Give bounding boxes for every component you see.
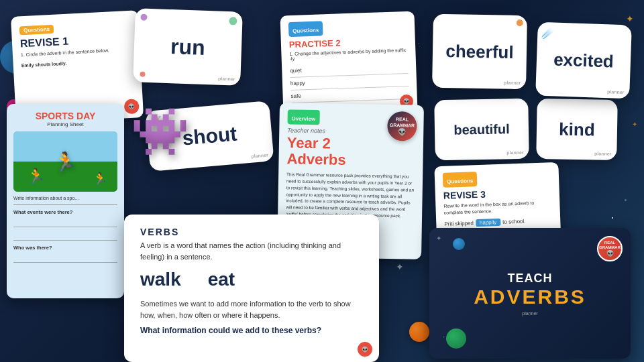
revise3-instruction: Rewrite the word in the box as an adverb… bbox=[443, 199, 552, 216]
monster-emoji: 👾 bbox=[131, 105, 189, 158]
teach-adverbs-card: ✦ ✦ + REALGRAMMAR 👽 TEACH ADVERBS planne… bbox=[429, 228, 631, 359]
kind-word: kind bbox=[559, 119, 595, 140]
photo-bg: 🏃 🏃 🏃 bbox=[13, 131, 117, 192]
beautiful-word-card: beautiful planner bbox=[434, 99, 529, 160]
rg-badge-circle: REALGRAMMAR 👽 bbox=[387, 111, 417, 141]
revise3-label: Questions bbox=[447, 178, 473, 184]
card-dot-red bbox=[140, 72, 145, 77]
run-word-card: run planner bbox=[133, 8, 243, 86]
sports-answer2 bbox=[13, 253, 117, 263]
sports-day-card: SPORTS DAY Planning Sheet 🏃 🏃 🏃 Write in… bbox=[7, 104, 124, 298]
excited-word: excited bbox=[553, 49, 614, 72]
verbs-section-label: VERBS bbox=[140, 227, 363, 237]
verbs-teach-card: VERBS A verb is a word that names the ac… bbox=[124, 215, 379, 362]
adverbs-rg-text: REALGRAMMAR bbox=[599, 241, 621, 249]
revise3-sentence-area: Priti skipped happily to school. bbox=[444, 217, 552, 228]
verb-example2: eat bbox=[208, 269, 235, 290]
adverbs-rg-circle: REALGRAMMAR 👽 bbox=[597, 236, 623, 261]
teach-adverbs-main: ADVERBS bbox=[474, 286, 586, 308]
cheerful-word: cheerful bbox=[445, 41, 514, 63]
kind-card-brand: planner bbox=[594, 151, 611, 156]
overview-rg-badge: REALGRAMMAR 👽 bbox=[387, 111, 417, 141]
sports-instruction: Write information about a spo... bbox=[13, 196, 117, 200]
sports-day-subtitle: Planning Sheet bbox=[13, 121, 117, 127]
sparkle-4: ✦ bbox=[396, 261, 404, 272]
card-planet1 bbox=[446, 328, 466, 349]
practise2-label: Questions bbox=[292, 27, 319, 34]
sports-answer1 bbox=[13, 218, 117, 227]
sparkle-1: ✦ bbox=[626, 13, 634, 24]
beautiful-word: beautiful bbox=[453, 121, 510, 137]
photo-emoji: 🏃 bbox=[54, 151, 77, 173]
rg-badge-text: REALGRAMMAR bbox=[390, 117, 415, 128]
card-planet2 bbox=[453, 238, 465, 250]
comet-icon: ☄️ bbox=[541, 26, 555, 40]
revise1-sentence: Emily shouts loudly. bbox=[21, 56, 133, 68]
adverbs-rg-emoji: 👽 bbox=[606, 250, 614, 257]
verbs-question: What information could we add to these v… bbox=[140, 326, 363, 335]
run-card-brand: planner bbox=[218, 76, 235, 82]
planet-orange bbox=[409, 322, 429, 342]
sports-day-photo: 🏃 🏃 🏃 bbox=[13, 131, 117, 192]
revise3-suffix: to school. bbox=[502, 218, 526, 225]
cheerful-word-card: cheerful planner bbox=[432, 14, 527, 89]
sparkle-2: ✦ bbox=[632, 121, 637, 128]
card-dot-green bbox=[229, 17, 237, 25]
revise3-sentence: Priti skipped bbox=[444, 220, 474, 227]
sports-day-title: SPORTS DAY bbox=[13, 111, 117, 121]
verb-example1: walk bbox=[140, 269, 181, 290]
revise3-answer: happily bbox=[476, 218, 501, 226]
teach-adverbs-brand: planner bbox=[522, 311, 537, 316]
revise3-title: REVISE 3 bbox=[443, 186, 551, 201]
beautiful-card-brand: planner bbox=[506, 150, 523, 155]
card-accent-orange bbox=[517, 19, 523, 26]
sports-answer1b bbox=[13, 231, 117, 241]
excited-word-card: excited ☄️ planner bbox=[535, 22, 632, 99]
verbs-body2: Sometimes we want to add more informatio… bbox=[140, 298, 363, 320]
sports-line1 bbox=[13, 204, 117, 205]
practise2-instruction: 1. Change the adjectives to adverbs by a… bbox=[289, 48, 407, 61]
photo-emoji2: 🏃 bbox=[27, 168, 45, 185]
verbs-body1: A verb is a word that names the action (… bbox=[140, 240, 363, 262]
overview-label: Overview bbox=[292, 115, 316, 122]
run-word: run bbox=[170, 34, 206, 60]
overview-body: This Real Grammar resource pack provides… bbox=[286, 172, 415, 220]
shout-card-brand: planner bbox=[251, 153, 268, 159]
adverbs-rg-badge: REALGRAMMAR 👽 bbox=[597, 236, 623, 261]
sports-q2: Who was there? bbox=[13, 245, 117, 251]
verbs-card-brand: 👽 bbox=[358, 342, 372, 357]
photo-emoji3: 🏃 bbox=[93, 172, 107, 186]
revise1-label: Questions bbox=[19, 25, 54, 36]
teach-adverbs-top: TEACH bbox=[508, 272, 553, 286]
card-star1: ✦ bbox=[436, 235, 441, 242]
shout-word: shout bbox=[181, 123, 237, 150]
kind-word-card: kind planner bbox=[536, 99, 618, 160]
card-dot-purple bbox=[140, 14, 147, 21]
rg-badge-emoji: 👽 bbox=[398, 128, 406, 135]
verbs-examples: walk eat bbox=[140, 269, 363, 290]
cheerful-card-brand: planner bbox=[504, 80, 521, 85]
practise2-card: Questions PRACTISE 2 1. Change the adjec… bbox=[280, 11, 417, 117]
sports-q1: What events were there? bbox=[13, 209, 117, 215]
card-star3: + bbox=[443, 335, 445, 339]
monster-character: 👾 bbox=[131, 104, 189, 159]
excited-card-brand: planner bbox=[607, 89, 625, 95]
